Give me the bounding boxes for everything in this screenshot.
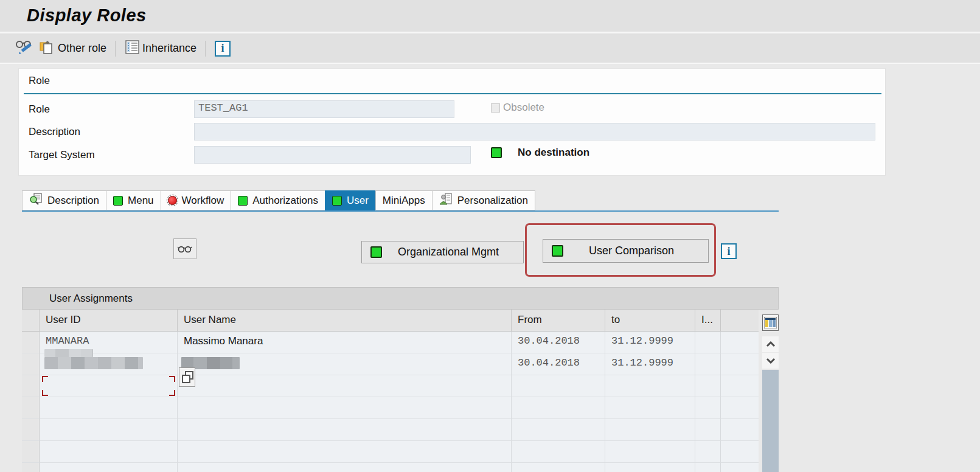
redaction-block	[44, 357, 143, 369]
scrollbar-thumb[interactable]	[762, 370, 779, 472]
description-field-label: Description	[29, 126, 80, 138]
green-square-icon	[332, 196, 342, 206]
green-square-icon	[113, 196, 123, 206]
row-selector[interactable]	[22, 375, 40, 397]
title-band: Display Roles	[0, 0, 980, 33]
role-field-label: Role	[29, 103, 50, 116]
description-field[interactable]	[194, 123, 875, 141]
inheritance-button[interactable]: Inheritance	[125, 40, 196, 58]
display-change-icon[interactable]	[15, 39, 34, 58]
table-row[interactable]: 30.04.2018 31.12.9999	[22, 353, 759, 375]
tab-user[interactable]: User	[325, 190, 375, 210]
table-title: User Assignments	[22, 287, 779, 310]
user-comparison-button[interactable]: User Comparison	[543, 239, 709, 263]
target-system-field-label: Target System	[29, 149, 95, 161]
inheritance-icon	[125, 40, 140, 58]
group-rule	[24, 93, 881, 94]
inheritance-label: Inheritance	[142, 42, 196, 55]
cell-from[interactable]: 30.04.2018	[512, 353, 605, 375]
tab-personalization[interactable]: Personalization	[432, 190, 535, 210]
tab-label: Menu	[128, 195, 154, 207]
table-settings-button[interactable]	[762, 314, 779, 331]
cell-selected-empty[interactable]	[40, 375, 178, 397]
obsolete-checkbox[interactable]	[491, 103, 500, 113]
red-circle-icon	[168, 196, 177, 205]
info-icon[interactable]: i	[721, 243, 737, 259]
display-users-button[interactable]	[173, 238, 196, 259]
green-status-icon	[491, 147, 502, 158]
tab-label: MiniApps	[383, 195, 425, 207]
tab-underline	[22, 210, 779, 212]
chevron-up-icon	[766, 341, 776, 347]
obsolete-label: Obsolete	[503, 102, 544, 114]
document-magnifier-icon	[29, 193, 43, 208]
cell-i[interactable]	[695, 331, 721, 353]
glasses-icon	[178, 245, 192, 253]
green-square-icon	[552, 245, 563, 257]
green-square-icon	[238, 196, 248, 206]
organizational-mgmt-label: Organizational Mgmt	[382, 246, 523, 259]
toolbar-separator	[115, 41, 116, 57]
table-header-row: User ID User Name From to I...	[22, 310, 759, 331]
cell-from[interactable]: 30.04.2018	[512, 331, 605, 353]
application-toolbar: Other role Inheritance i	[0, 34, 980, 64]
table-row[interactable]	[22, 375, 759, 397]
chevron-down-icon	[766, 358, 776, 364]
table-row-empty[interactable]	[22, 441, 759, 463]
selection-corner-mark	[169, 390, 175, 396]
selection-corner-mark	[169, 376, 175, 382]
col-from[interactable]: From	[512, 310, 605, 331]
tab-authorizations[interactable]: Authorizations	[231, 190, 325, 210]
target-system-field[interactable]	[194, 146, 471, 164]
sap-display-roles-window: Display Roles Other role	[0, 0, 980, 472]
role-group-title: Role	[29, 75, 50, 87]
col-user-id[interactable]: User ID	[40, 310, 178, 331]
other-role-label: Other role	[58, 42, 106, 55]
role-field[interactable]: TEST_AG1	[194, 100, 454, 118]
no-destination-row: No destination	[491, 147, 589, 159]
redaction-block	[44, 349, 93, 357]
scroll-down-button[interactable]	[762, 353, 779, 369]
column-grid-icon	[764, 317, 777, 328]
person-list-icon	[439, 193, 453, 208]
tab-miniapps[interactable]: MiniApps	[375, 190, 432, 210]
tab-strip: Description Menu Workflow Authorizations…	[22, 190, 535, 210]
table-row-empty[interactable]	[22, 419, 759, 441]
cell-to[interactable]: 31.12.9999	[605, 331, 695, 353]
cell-user-name[interactable]: Massimo Manara	[178, 331, 512, 353]
green-square-icon	[370, 246, 382, 258]
row-selector[interactable]	[22, 353, 40, 375]
info-icon[interactable]: i	[215, 41, 231, 57]
tab-label: Authorizations	[252, 195, 318, 207]
tab-menu[interactable]: Menu	[106, 190, 161, 210]
col-user-name[interactable]: User Name	[178, 310, 512, 331]
other-role-button[interactable]: Other role	[39, 39, 106, 58]
cell-user-id-redacted[interactable]	[40, 353, 178, 375]
tab-workflow[interactable]: Workflow	[161, 190, 231, 210]
no-destination-label: No destination	[518, 147, 589, 159]
user-assignments-table: User Assignments User ID User Name From …	[22, 287, 779, 472]
tab-description[interactable]: Description	[22, 190, 106, 210]
cell-i[interactable]	[695, 353, 721, 375]
table-row[interactable]: MMANARA Massimo Manara 30.04.2018 31.12.…	[22, 331, 759, 353]
cell-user-name-redacted[interactable]	[178, 353, 512, 375]
table-row-empty[interactable]	[22, 397, 759, 419]
tab-label: Description	[47, 195, 99, 207]
copy-icon	[179, 367, 195, 387]
row-selector[interactable]	[22, 331, 40, 353]
tab-label: User	[347, 195, 369, 207]
table-scroll-column	[762, 314, 779, 472]
table-row-empty[interactable]	[22, 463, 759, 472]
col-to[interactable]: to	[605, 310, 695, 331]
selection-corner-mark	[42, 390, 48, 396]
selection-column-header[interactable]	[22, 310, 40, 331]
cell-user-name[interactable]	[178, 375, 512, 397]
other-role-icon	[39, 39, 55, 58]
scroll-up-button[interactable]	[762, 336, 779, 352]
tab-label: Personalization	[457, 195, 528, 207]
cell-to[interactable]: 31.12.9999	[605, 353, 695, 375]
col-filler	[721, 310, 759, 331]
col-i[interactable]: I...	[695, 310, 721, 331]
user-comparison-label: User Comparison	[563, 245, 708, 257]
organizational-mgmt-button[interactable]: Organizational Mgmt	[361, 241, 524, 263]
